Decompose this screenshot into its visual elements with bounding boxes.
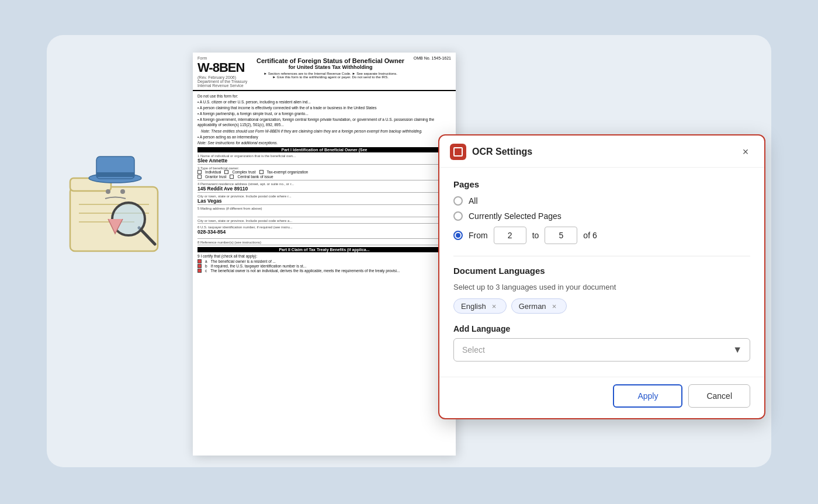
divider: [453, 256, 750, 256]
radio-selected-label: Currently Selected Pages: [469, 211, 561, 221]
ocr-dialog: OCR Settings × Pages All Currently Selec…: [438, 134, 765, 419]
cb-b: [197, 264, 202, 268]
hint-text: Select up to 3 languages used in your do…: [453, 283, 750, 291]
close-button[interactable]: ×: [737, 144, 754, 160]
cb-c-label: c: [205, 269, 207, 273]
field8: 8 Reference number(s) (see instructions): [197, 240, 451, 245]
field-city2: City or town, state or province. Include…: [197, 218, 451, 224]
do-not-use: Do not use this form for:: [197, 93, 451, 99]
doc-instruction2: ► Give this form to the withholding agen…: [253, 75, 408, 79]
dialog-titlebar: OCR Settings ×: [439, 135, 764, 168]
dialog-app-icon: [450, 144, 466, 160]
language-tags: English × German ×: [453, 298, 750, 314]
irs-label: Internal Revenue Service: [197, 84, 247, 88]
from-input[interactable]: 2: [494, 227, 526, 244]
field1: 1 Name of individual or organization tha…: [197, 154, 451, 165]
doc-title-line2: for United States Tax Withholding: [253, 64, 408, 70]
language-select[interactable]: Select: [453, 338, 750, 362]
cb-individual: [197, 170, 202, 174]
dialog-icon-inner: [453, 147, 463, 157]
radio-selected[interactable]: [453, 211, 463, 221]
field9: 9 I certify that (check all that apply):…: [197, 253, 451, 273]
bullet-2: • A person claiming that income is effec…: [197, 105, 451, 110]
field6-value: 028-334-854: [197, 229, 439, 235]
svg-point-6: [120, 189, 125, 194]
rev-date: (Rev. February 2006): [197, 75, 247, 79]
field-city: City or town, state or province. Include…: [197, 194, 451, 205]
field9-label: 9 I certify that (check all that apply):: [197, 253, 451, 259]
svg-rect-9: [96, 172, 134, 177]
cb-tax-exempt: [259, 170, 264, 174]
part2-title: Part II Claim of Tax Treaty Benefits (if…: [197, 247, 451, 252]
radio-all[interactable]: [453, 196, 463, 206]
apply-button[interactable]: Apply: [613, 384, 682, 408]
bullet-1: • A U.S. citizen or other U.S. person, i…: [197, 99, 451, 105]
city-value: Las Vegas: [197, 198, 451, 204]
cb-a: [197, 259, 202, 263]
field4-label: 4 Permanent residence address (street, a…: [197, 182, 294, 186]
tag-german-label: German: [519, 302, 546, 311]
field5: 5 Mailing address (if different from abo…: [197, 206, 451, 217]
illustration-area: [58, 140, 175, 271]
radio-selected-row[interactable]: Currently Selected Pages: [453, 211, 750, 221]
tag-english-label: English: [461, 302, 486, 311]
city-label: City or town, state or province. Include…: [197, 194, 292, 198]
field1-label: 1 Name of individual or organization tha…: [197, 154, 296, 158]
radio-all-label: All: [469, 196, 478, 206]
document-preview: Form W-8BEN (Rev. February 2006) Departm…: [193, 53, 456, 456]
cb-complex: [224, 170, 228, 174]
field8-label: 8 Reference number(s) (see instructions): [197, 241, 261, 244]
remove-english-button[interactable]: ×: [490, 301, 499, 311]
cb-central: [230, 175, 234, 179]
field1-value: Slee Annette: [197, 158, 451, 164]
add-language-label: Add Language: [453, 324, 750, 333]
remove-german-button[interactable]: ×: [550, 301, 559, 311]
omb-number: OMB No. 1545-1621: [414, 56, 451, 88]
bullet-5: • A person acting as an intermediary: [197, 134, 451, 140]
cb-b-label: b: [205, 264, 207, 268]
doc-title-line1: Certificate of Foreign Status of Benefic…: [253, 57, 408, 64]
field6-label: 6 U.S. taxpayer identification number, i…: [197, 225, 293, 229]
radio-from[interactable]: [453, 231, 463, 240]
pages-radio-group: All Currently Selected Pages From 2 to 5…: [453, 196, 750, 244]
doc-languages-label: Document Languages: [453, 266, 750, 276]
radio-dot: [456, 233, 460, 238]
cb-a-label: a: [205, 259, 207, 263]
tag-german: German ×: [511, 298, 567, 314]
to-label: to: [532, 231, 539, 240]
form-label: Form: [197, 56, 247, 60]
doc-languages-section: Document Languages Select up to 3 langua…: [453, 266, 750, 314]
dept-label: Department of the Treasury: [197, 79, 247, 84]
field4-value: 145 Reddit Ave 89110: [197, 186, 451, 192]
field5-value: [197, 210, 451, 216]
cancel-button[interactable]: Cancel: [688, 384, 750, 408]
note-entities: Note: These entities should use Form W-8…: [201, 128, 451, 134]
field5-label: 5 Mailing address (if different from abo…: [197, 207, 262, 210]
add-language-section: Add Language Select ▼: [453, 324, 750, 362]
dialog-title: OCR Settings: [472, 147, 737, 157]
field3: 3 Type of beneficial owner: Individual C…: [197, 166, 451, 180]
radio-all-row[interactable]: All: [453, 196, 750, 206]
cb-grantor: [197, 175, 202, 179]
field4: 4 Permanent residence address (street, a…: [197, 182, 451, 193]
select-wrapper: Select ▼: [453, 338, 750, 362]
tag-english: English ×: [453, 298, 507, 314]
radio-from-label: From: [469, 231, 488, 240]
form-number: W-8BEN: [197, 60, 247, 75]
bullet-4: • A foreign government, international or…: [197, 117, 451, 127]
city2-label: City or town, state or province. Include…: [197, 219, 292, 223]
to-input[interactable]: 5: [545, 227, 577, 244]
dialog-footer: Apply Cancel: [439, 377, 764, 418]
cb-c: [197, 269, 202, 273]
field6: 6 U.S. taxpayer identification number, i…: [197, 225, 439, 239]
radio-from-row[interactable]: From 2 to 5 of 6: [453, 227, 750, 244]
of-label: of 6: [583, 231, 597, 240]
dialog-body: Pages All Currently Selected Pages From …: [439, 168, 764, 377]
part1-title: Part I Identification of Beneficial Owne…: [197, 147, 451, 152]
note-see: Note: See instructions for additional ex…: [197, 140, 451, 145]
pages-section-label: Pages: [453, 179, 750, 189]
svg-point-5: [106, 189, 110, 194]
bullet-3: • A foreign partnership, a foreign simpl…: [197, 111, 451, 116]
